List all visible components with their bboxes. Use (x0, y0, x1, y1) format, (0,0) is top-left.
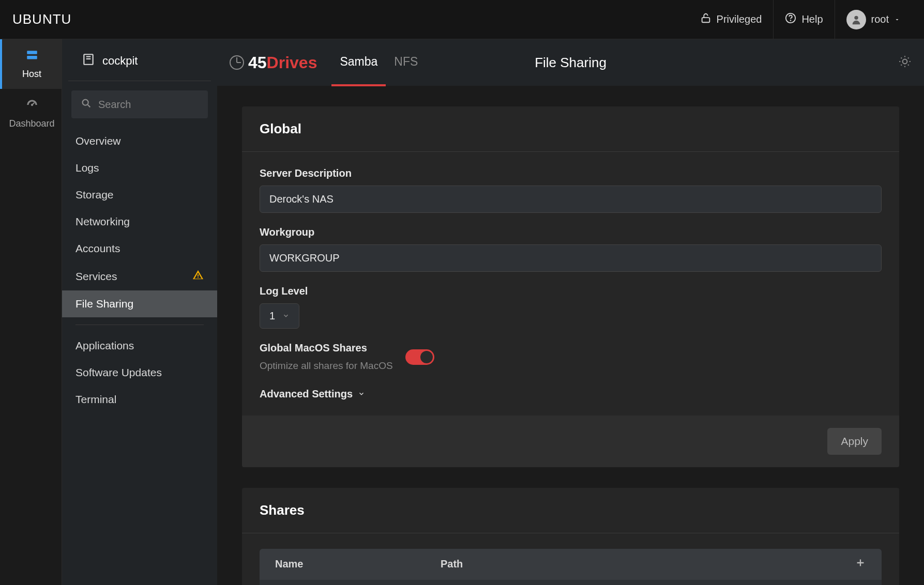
nav-logs[interactable]: Logs (62, 155, 217, 181)
svg-rect-4 (27, 51, 37, 54)
shares-title: Shares (242, 488, 899, 533)
table-row: derock /mnt/main/derock (260, 579, 882, 585)
privileged-toggle[interactable]: Privileged (689, 0, 774, 39)
nav-file-sharing[interactable]: File Sharing (62, 290, 217, 317)
svg-line-19 (901, 65, 902, 66)
tab-samba[interactable]: Samba (331, 39, 386, 86)
privileged-label: Privileged (717, 13, 762, 25)
theme-toggle[interactable] (898, 55, 912, 70)
nav-divider (75, 325, 204, 325)
tabs: Samba NFS (331, 39, 426, 86)
search-input[interactable] (98, 99, 199, 111)
shares-body: Name Path derock /mnt/main/derock (242, 533, 899, 585)
col-name: Name (275, 558, 441, 570)
caret-down-icon (894, 13, 900, 25)
dashboard-icon (25, 98, 39, 114)
shares-panel: Shares Name Path derock /mnt/m (242, 488, 899, 585)
nav-accounts[interactable]: Accounts (62, 235, 217, 262)
nav-services[interactable]: Services (62, 262, 217, 290)
sidebar-header: cockpit (68, 45, 211, 81)
chevron-down-icon (282, 310, 290, 322)
svg-point-10 (83, 100, 88, 105)
server-icon (25, 49, 39, 65)
avatar (846, 10, 866, 29)
svg-point-3 (854, 16, 858, 19)
workgroup-label: Workgroup (260, 226, 882, 238)
page-title: File Sharing (535, 55, 607, 71)
app-label: cockpit (102, 54, 138, 68)
server-description-input[interactable] (260, 186, 882, 213)
chevron-down-icon (358, 388, 365, 400)
macos-sub: Optimize all shares for MacOS (260, 360, 393, 372)
shares-table-header: Name Path (260, 549, 882, 579)
cockpit-icon (82, 53, 95, 69)
log-level-value: 1 (269, 310, 275, 322)
username: root (871, 13, 889, 25)
warning-icon (192, 269, 204, 283)
svg-line-20 (908, 57, 909, 58)
help-icon (785, 12, 796, 26)
svg-line-11 (88, 105, 90, 107)
field-workgroup: Workgroup (260, 226, 882, 272)
col-path: Path (441, 558, 825, 570)
field-server-description: Server Description (260, 167, 882, 213)
search-icon (81, 98, 92, 111)
global-panel: Global Server Description Workgroup Log … (242, 106, 899, 467)
top-bar: UBUNTU Privileged Help root (0, 0, 924, 39)
nav-terminal[interactable]: Terminal (62, 386, 217, 413)
rail-item-dashboard[interactable]: Dashboard (0, 89, 62, 138)
topbar-right: Privileged Help root (689, 0, 912, 39)
svg-line-17 (901, 57, 902, 58)
rail-label: Host (22, 69, 41, 80)
rail-item-host[interactable]: Host (0, 39, 62, 89)
svg-point-2 (791, 20, 791, 21)
gauge-icon (230, 55, 244, 70)
nav-storage[interactable]: Storage (62, 181, 217, 208)
search-box[interactable] (71, 90, 208, 118)
svg-line-18 (908, 65, 909, 66)
advanced-label: Advanced Settings (260, 388, 353, 400)
macos-toggle[interactable] (405, 349, 434, 365)
content-header: 45Drives Samba NFS File Sharing (217, 39, 924, 86)
global-title: Global (242, 106, 899, 152)
nav-applications[interactable]: Applications (62, 332, 217, 359)
log-level-label: Log Level (260, 285, 882, 297)
svg-rect-5 (27, 56, 37, 59)
apply-button[interactable]: Apply (827, 428, 882, 455)
help-button[interactable]: Help (773, 0, 834, 39)
hostname: UBUNTU (12, 11, 71, 27)
log-level-select[interactable]: 1 (260, 303, 299, 329)
left-rail: Host Dashboard (0, 39, 62, 585)
rail-label: Dashboard (9, 118, 54, 129)
macos-label: Global MacOS Shares (260, 342, 393, 354)
help-label: Help (801, 13, 823, 25)
server-description-label: Server Description (260, 167, 882, 179)
sidebar: cockpit Overview Logs Storage Networking… (62, 39, 217, 585)
field-macos: Global MacOS Shares Optimize all shares … (260, 342, 882, 372)
brand-logo: 45Drives (230, 53, 317, 72)
content-area: 45Drives Samba NFS File Sharing Global S… (217, 39, 924, 585)
workgroup-input[interactable] (260, 244, 882, 272)
advanced-settings-toggle[interactable]: Advanced Settings (260, 388, 365, 400)
tab-nfs[interactable]: NFS (386, 39, 426, 86)
svg-rect-0 (702, 18, 709, 22)
shares-table: Name Path derock /mnt/main/derock (260, 549, 882, 585)
global-body: Server Description Workgroup Log Level 1 (242, 152, 899, 415)
sun-icon (898, 61, 912, 70)
unlock-icon (700, 12, 711, 26)
svg-point-12 (903, 59, 907, 64)
global-footer: Apply (242, 415, 899, 467)
user-menu[interactable]: root (835, 0, 912, 39)
nav-software-updates[interactable]: Software Updates (62, 359, 217, 386)
nav-overview[interactable]: Overview (62, 128, 217, 155)
add-share-button[interactable] (855, 557, 866, 571)
nav-networking[interactable]: Networking (62, 208, 217, 235)
field-log-level: Log Level 1 (260, 285, 882, 329)
